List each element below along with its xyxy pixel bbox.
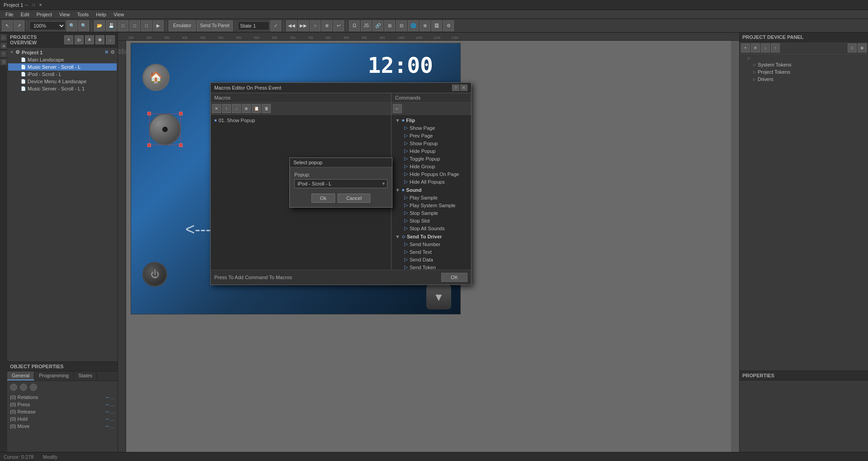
device-tb-btn-4[interactable]: ↑ [771,43,780,52]
macros-copy-btn[interactable]: ⊕ [242,104,251,113]
macros-help-button[interactable]: ? [452,85,459,91]
select-popup-ok-button[interactable]: Ok [311,194,335,203]
zoom-in-button[interactable]: 🔍 [66,20,77,31]
tree-project-root[interactable]: ▼ ⚙ Project 1 ✕ ⚙ [8,48,117,56]
device-tree-system-tokens[interactable]: ▷ System Tokens [741,61,867,68]
tb-btn-6[interactable]: ▶ [153,20,164,31]
tb-btn-4[interactable]: □ [129,20,140,31]
macros-ok-button[interactable]: OK [441,273,467,282]
prop-move-more[interactable]: … [110,423,115,429]
macros-delete-btn[interactable]: ✕ [212,104,221,113]
tree-item-main-landscape[interactable]: 📄 Main Landscape [8,56,117,63]
cmd-group-sound-header[interactable]: ▼ ■ Sound [393,186,469,194]
macro-item-0[interactable]: ■ 01. Show Popup [212,117,389,124]
device-tb-btn-3[interactable]: ↓ [761,43,770,52]
tree-item-music-server-1[interactable]: 📄 Music Server - Scroll - L 1 [8,85,117,92]
prop-release-more[interactable]: … [110,409,115,414]
projects-move-button[interactable]: ↓ [106,35,115,44]
projects-delete-button[interactable]: ✕ [85,35,94,44]
cmd-group-send-to-driver-header[interactable]: ▼ ◇ Send To Driver [393,233,469,240]
cmd-driver-send-data[interactable]: ▷ Send Data [393,256,469,263]
macros-clear-btn[interactable]: 🗑 [262,104,271,113]
preview-power-button[interactable]: ⏻ [142,262,167,287]
close-button[interactable]: ✕ [38,2,44,8]
prop-release-edit[interactable]: ─ [105,409,109,414]
emulator-button[interactable]: Emulator [169,20,196,31]
state-confirm-button[interactable]: ✓ [270,20,281,31]
preview-home-button[interactable]: 🏠 [142,64,170,91]
tb-btn-5[interactable]: □ [141,20,152,31]
cmd-hide-group[interactable]: ▷ Hide Group [393,162,469,170]
cmd-hide-popups-on-page[interactable]: ▷ Hide Popups On Page [393,170,469,178]
cmd-play-sample[interactable]: ▷ Play Sample [393,194,469,201]
tb-link[interactable]: 🔗 [373,20,383,31]
tree-item-device-menu[interactable]: 📄 Device Menu 4 Landscape [8,78,117,85]
tb-js[interactable]: JS [361,20,372,31]
power-btn-shape[interactable]: ⏻ [142,262,167,287]
projects-add-button[interactable]: + [64,35,73,44]
cmd-driver-send-text[interactable]: ▷ Send Text [393,248,469,256]
device-tb-btn-6[interactable]: ⊕ [858,43,867,52]
tb-btn-3[interactable]: □ [118,20,128,31]
device-tb-btn-2[interactable]: ✕ [751,43,760,52]
prop-hold-more[interactable]: … [110,416,115,422]
menu-file[interactable]: File [2,11,17,18]
preview-cd-widget[interactable] [149,114,181,145]
device-tb-btn-1[interactable]: + [741,43,750,52]
tab-general[interactable]: General [7,371,34,380]
tab-programming[interactable]: Programming [34,371,74,380]
macros-move-down-btn[interactable]: ↓ [232,104,241,113]
prop-radio-3[interactable] [30,384,37,391]
send-to-panel-button[interactable]: Send To Panel [197,20,233,31]
cmd-show-page[interactable]: ▷ Show Page [393,124,469,132]
cmd-driver-send-number[interactable]: ▷ Send Number [393,240,469,248]
prop-press-edit[interactable]: ─ [105,402,109,407]
menu-view[interactable]: View [56,11,74,18]
maximize-button[interactable]: □ [30,2,37,8]
tb-grid-2[interactable]: ⊟ [396,20,407,31]
zoom-select[interactable]: 100% 50% 200% [29,21,66,30]
preview-down-arrow[interactable]: ▼ [426,285,451,309]
tb-circle-2[interactable]: ⊕ [321,20,332,31]
macros-close-button[interactable]: ✕ [460,85,467,91]
cmd-toggle-popup[interactable]: ▷ Toggle Popup [393,155,469,162]
tb-layers[interactable]: ⊕ [420,20,430,31]
tb-settings[interactable]: ⚙ [443,20,454,31]
pointer-tool-button[interactable]: ↗ [14,20,24,31]
side-icon-1[interactable]: ▷ [0,34,7,41]
select-tool-button[interactable]: ↖ [2,20,13,31]
projects-expand-button[interactable]: ▷ [75,35,84,44]
tab-states[interactable]: States [74,371,97,380]
side-icon-3[interactable]: T [0,51,7,57]
tb-grid-1[interactable]: ⊞ [384,20,395,31]
device-tree-drivers[interactable]: ▷ Drivers [741,76,867,83]
popup-select[interactable]: iPod - Scroll - L Main Landscape Music S… [294,179,387,188]
prop-radio-2[interactable] [20,384,27,391]
prop-hold-edit[interactable]: ─ [105,416,109,422]
prop-relations-more[interactable]: … [110,394,115,400]
commands-back-button[interactable]: ← [393,104,402,113]
tb-img[interactable]: 🖼 [431,20,442,31]
open-button[interactable]: 📂 [94,20,105,31]
project-settings-icon2[interactable]: ⚙ [110,49,115,55]
device-tree-root[interactable]: ▷ [741,55,867,61]
tb-circle-1[interactable]: ○ [310,20,321,31]
side-icon-2[interactable]: ◉ [0,43,7,49]
prop-move-edit[interactable]: ─ [105,423,109,429]
projects-copy-button[interactable]: ⊕ [95,35,104,44]
zoom-out-button[interactable]: 🔍 [78,20,89,31]
menu-help[interactable]: Help [92,11,110,18]
cmd-stop-sample[interactable]: ▷ Stop Sample [393,209,469,217]
nav-prev-button[interactable]: ◀◀ [286,20,297,31]
prop-press-more[interactable]: … [110,402,115,407]
macros-move-up-btn[interactable]: ↑ [222,104,231,113]
menu-project[interactable]: Project [33,11,56,18]
home-btn-shape[interactable]: 🏠 [142,64,170,91]
nav-next-button[interactable]: ▶▶ [298,20,309,31]
cmd-prev-page[interactable]: ▷ Prev Page [393,132,469,139]
tb-omega[interactable]: Ω [349,20,360,31]
select-popup-cancel-button[interactable]: Cancel [338,194,370,203]
prop-relations-edit[interactable]: ─ [105,394,109,400]
cmd-stop-all-sounds[interactable]: ▷ Stop All Sounds [393,224,469,232]
device-tree-project-tokens[interactable]: ▷ Project Tokens [741,68,867,76]
